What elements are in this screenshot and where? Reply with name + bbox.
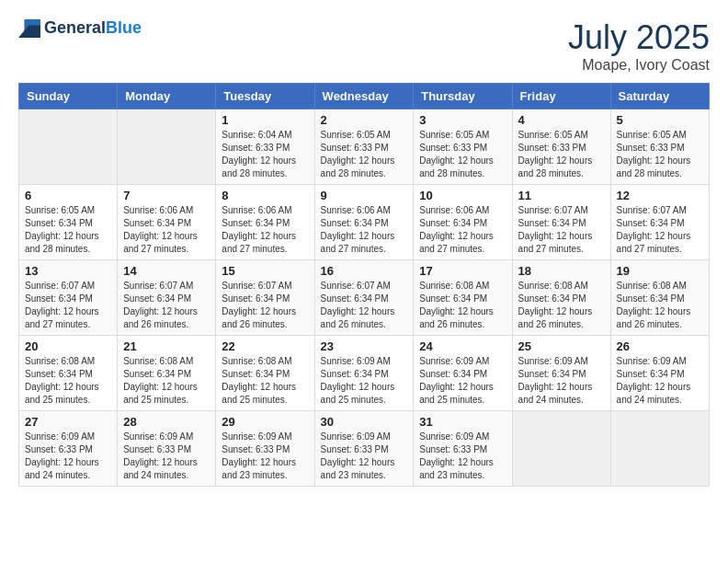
calendar-cell: 1Sunrise: 6:04 AMSunset: 6:33 PMDaylight… bbox=[216, 109, 314, 185]
logo-icon bbox=[18, 19, 40, 38]
day-info: Sunrise: 6:07 AMSunset: 6:34 PMDaylight:… bbox=[123, 280, 210, 331]
calendar-cell: 2Sunrise: 6:05 AMSunset: 6:33 PMDaylight… bbox=[314, 109, 414, 185]
day-number: 6 bbox=[25, 189, 111, 202]
month-title: July 2025 bbox=[568, 18, 710, 57]
day-number: 14 bbox=[123, 264, 210, 278]
day-info: Sunrise: 6:09 AMSunset: 6:34 PMDaylight:… bbox=[321, 355, 408, 407]
calendar-cell: 25Sunrise: 6:09 AMSunset: 6:34 PMDayligh… bbox=[512, 336, 610, 411]
calendar-cell: 9Sunrise: 6:06 AMSunset: 6:34 PMDaylight… bbox=[314, 185, 414, 260]
header: GeneralBlue July 2025 Moape, Ivory Coast bbox=[18, 18, 710, 74]
header-sunday: Sunday bbox=[19, 84, 118, 109]
day-number: 25 bbox=[518, 339, 605, 353]
calendar-cell: 17Sunrise: 6:08 AMSunset: 6:34 PMDayligh… bbox=[414, 260, 512, 336]
day-info: Sunrise: 6:05 AMSunset: 6:33 PMDaylight:… bbox=[321, 129, 408, 180]
day-info: Sunrise: 6:06 AMSunset: 6:34 PMDaylight:… bbox=[419, 204, 506, 256]
day-number: 24 bbox=[419, 339, 506, 353]
week-row-4: 20Sunrise: 6:08 AMSunset: 6:34 PMDayligh… bbox=[19, 336, 710, 411]
calendar-cell bbox=[19, 109, 118, 185]
day-number: 17 bbox=[419, 264, 506, 278]
calendar-cell: 21Sunrise: 6:08 AMSunset: 6:34 PMDayligh… bbox=[118, 336, 216, 411]
day-number: 18 bbox=[518, 264, 605, 278]
day-number: 8 bbox=[222, 189, 308, 202]
day-info: Sunrise: 6:09 AMSunset: 6:33 PMDaylight:… bbox=[321, 431, 408, 482]
day-info: Sunrise: 6:08 AMSunset: 6:34 PMDaylight:… bbox=[222, 355, 308, 407]
calendar-cell: 11Sunrise: 6:07 AMSunset: 6:34 PMDayligh… bbox=[512, 185, 610, 260]
day-number: 26 bbox=[617, 339, 703, 353]
calendar-cell: 24Sunrise: 6:09 AMSunset: 6:34 PMDayligh… bbox=[414, 336, 512, 411]
header-thursday: Thursday bbox=[414, 84, 512, 109]
day-info: Sunrise: 6:06 AMSunset: 6:34 PMDaylight:… bbox=[321, 204, 408, 256]
day-number: 30 bbox=[321, 415, 408, 429]
calendar-cell: 14Sunrise: 6:07 AMSunset: 6:34 PMDayligh… bbox=[118, 260, 216, 336]
calendar-cell: 16Sunrise: 6:07 AMSunset: 6:34 PMDayligh… bbox=[314, 260, 414, 336]
day-info: Sunrise: 6:09 AMSunset: 6:33 PMDaylight:… bbox=[419, 431, 506, 482]
calendar-cell: 22Sunrise: 6:08 AMSunset: 6:34 PMDayligh… bbox=[216, 336, 314, 411]
day-number: 10 bbox=[419, 189, 506, 202]
day-number: 5 bbox=[617, 113, 703, 127]
day-info: Sunrise: 6:06 AMSunset: 6:34 PMDaylight:… bbox=[123, 204, 210, 256]
calendar-cell: 23Sunrise: 6:09 AMSunset: 6:34 PMDayligh… bbox=[314, 336, 414, 411]
day-info: Sunrise: 6:07 AMSunset: 6:34 PMDaylight:… bbox=[321, 280, 408, 331]
calendar-cell: 26Sunrise: 6:09 AMSunset: 6:34 PMDayligh… bbox=[610, 336, 709, 411]
day-info: Sunrise: 6:09 AMSunset: 6:33 PMDaylight:… bbox=[222, 431, 308, 482]
day-number: 27 bbox=[25, 415, 111, 429]
week-row-1: 1Sunrise: 6:04 AMSunset: 6:33 PMDaylight… bbox=[19, 109, 710, 185]
day-info: Sunrise: 6:07 AMSunset: 6:34 PMDaylight:… bbox=[222, 280, 308, 331]
header-friday: Friday bbox=[512, 84, 610, 109]
calendar: SundayMondayTuesdayWednesdayThursdayFrid… bbox=[18, 83, 710, 487]
day-info: Sunrise: 6:07 AMSunset: 6:34 PMDaylight:… bbox=[617, 204, 703, 256]
day-number: 20 bbox=[25, 339, 111, 353]
week-row-5: 27Sunrise: 6:09 AMSunset: 6:33 PMDayligh… bbox=[19, 411, 710, 487]
day-info: Sunrise: 6:09 AMSunset: 6:33 PMDaylight:… bbox=[25, 431, 111, 482]
calendar-cell: 8Sunrise: 6:06 AMSunset: 6:34 PMDaylight… bbox=[216, 185, 314, 260]
day-number: 11 bbox=[518, 189, 605, 202]
calendar-cell: 27Sunrise: 6:09 AMSunset: 6:33 PMDayligh… bbox=[19, 411, 118, 487]
location-title: Moape, Ivory Coast bbox=[568, 57, 710, 74]
logo-blue: Blue bbox=[106, 18, 142, 37]
day-number: 2 bbox=[321, 113, 408, 127]
week-row-2: 6Sunrise: 6:05 AMSunset: 6:34 PMDaylight… bbox=[19, 185, 710, 260]
day-number: 19 bbox=[617, 264, 703, 278]
day-number: 9 bbox=[321, 189, 408, 202]
day-info: Sunrise: 6:08 AMSunset: 6:34 PMDaylight:… bbox=[617, 280, 703, 331]
day-info: Sunrise: 6:09 AMSunset: 6:34 PMDaylight:… bbox=[419, 355, 506, 407]
calendar-cell: 13Sunrise: 6:07 AMSunset: 6:34 PMDayligh… bbox=[19, 260, 118, 336]
day-info: Sunrise: 6:08 AMSunset: 6:34 PMDaylight:… bbox=[123, 355, 210, 407]
day-info: Sunrise: 6:09 AMSunset: 6:34 PMDaylight:… bbox=[617, 355, 703, 407]
day-number: 3 bbox=[419, 113, 506, 127]
day-info: Sunrise: 6:08 AMSunset: 6:34 PMDaylight:… bbox=[518, 280, 605, 331]
week-row-3: 13Sunrise: 6:07 AMSunset: 6:34 PMDayligh… bbox=[19, 260, 710, 336]
day-number: 31 bbox=[419, 415, 506, 429]
day-info: Sunrise: 6:05 AMSunset: 6:33 PMDaylight:… bbox=[419, 129, 506, 180]
header-wednesday: Wednesday bbox=[314, 84, 414, 109]
header-tuesday: Tuesday bbox=[216, 84, 314, 109]
calendar-cell bbox=[118, 109, 216, 185]
calendar-cell: 10Sunrise: 6:06 AMSunset: 6:34 PMDayligh… bbox=[414, 185, 512, 260]
day-number: 1 bbox=[222, 113, 308, 127]
day-number: 7 bbox=[123, 189, 210, 202]
calendar-cell: 30Sunrise: 6:09 AMSunset: 6:33 PMDayligh… bbox=[314, 411, 414, 487]
calendar-cell: 28Sunrise: 6:09 AMSunset: 6:33 PMDayligh… bbox=[118, 411, 216, 487]
calendar-cell bbox=[610, 411, 709, 487]
logo-text: GeneralBlue bbox=[44, 18, 142, 38]
logo-general: General bbox=[44, 18, 106, 37]
header-monday: Monday bbox=[118, 84, 216, 109]
calendar-cell: 31Sunrise: 6:09 AMSunset: 6:33 PMDayligh… bbox=[414, 411, 512, 487]
day-info: Sunrise: 6:05 AMSunset: 6:33 PMDaylight:… bbox=[518, 129, 605, 180]
calendar-cell: 15Sunrise: 6:07 AMSunset: 6:34 PMDayligh… bbox=[216, 260, 314, 336]
calendar-cell: 29Sunrise: 6:09 AMSunset: 6:33 PMDayligh… bbox=[216, 411, 314, 487]
calendar-cell: 7Sunrise: 6:06 AMSunset: 6:34 PMDaylight… bbox=[118, 185, 216, 260]
svg-marker-1 bbox=[18, 25, 40, 38]
day-number: 29 bbox=[222, 415, 308, 429]
day-info: Sunrise: 6:09 AMSunset: 6:34 PMDaylight:… bbox=[518, 355, 605, 407]
day-info: Sunrise: 6:07 AMSunset: 6:34 PMDaylight:… bbox=[25, 280, 111, 331]
day-info: Sunrise: 6:09 AMSunset: 6:33 PMDaylight:… bbox=[123, 431, 210, 482]
calendar-cell: 20Sunrise: 6:08 AMSunset: 6:34 PMDayligh… bbox=[19, 336, 118, 411]
calendar-cell bbox=[512, 411, 610, 487]
calendar-cell: 5Sunrise: 6:05 AMSunset: 6:33 PMDaylight… bbox=[610, 109, 709, 185]
day-info: Sunrise: 6:07 AMSunset: 6:34 PMDaylight:… bbox=[518, 204, 605, 256]
day-number: 4 bbox=[518, 113, 605, 127]
calendar-cell: 18Sunrise: 6:08 AMSunset: 6:34 PMDayligh… bbox=[512, 260, 610, 336]
calendar-cell: 19Sunrise: 6:08 AMSunset: 6:34 PMDayligh… bbox=[610, 260, 709, 336]
header-saturday: Saturday bbox=[610, 84, 709, 109]
